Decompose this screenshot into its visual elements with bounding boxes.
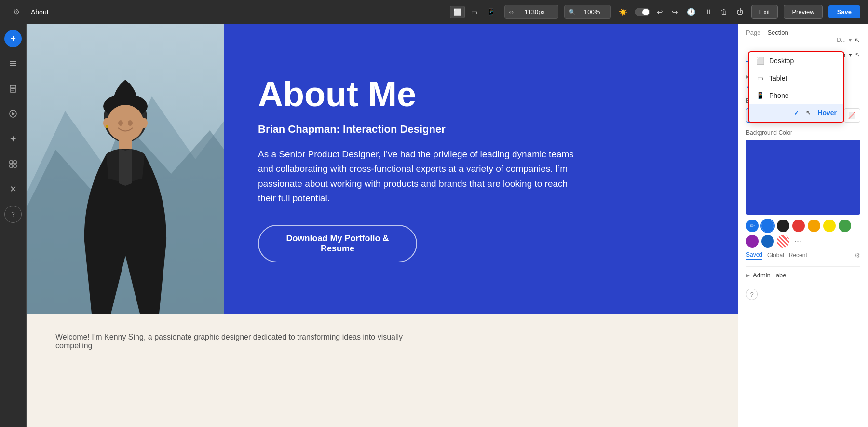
bg-transparent-btn[interactable] <box>844 108 861 123</box>
delete-icon[interactable]: 🗑 <box>719 6 730 18</box>
svg-rect-1 <box>10 65 16 66</box>
dots-label: D... <box>837 37 846 43</box>
below-hero-text: Welcome! I’m Kenny Sing, a passionate gr… <box>55 333 441 350</box>
svg-rect-9 <box>10 161 13 164</box>
phone-label: Phone <box>769 92 788 99</box>
svg-rect-12 <box>14 165 16 167</box>
svg-point-22 <box>118 120 123 126</box>
swatch-green[interactable] <box>839 220 851 232</box>
exit-button[interactable]: Exit <box>751 5 778 19</box>
hero-content: About Me Brian Chapman: Interaction Desi… <box>224 24 738 314</box>
swatch-orange[interactable] <box>808 220 820 232</box>
dropdown-chevron-icon: ▾ <box>849 51 852 58</box>
add-element-button[interactable]: + <box>4 30 22 47</box>
more-colors-icon[interactable]: ··· <box>794 236 801 247</box>
dropdown-hover[interactable]: ✓ ↖ Hover <box>749 104 843 122</box>
page-title: About <box>31 8 49 16</box>
svg-rect-6 <box>11 90 14 91</box>
width-display[interactable]: ⇔ 1130px <box>504 5 558 19</box>
zoom-input[interactable]: 100% <box>578 6 607 17</box>
main-area: + ✦ ✕ ? <box>0 24 868 427</box>
help-sidebar-icon[interactable]: ? <box>4 206 22 223</box>
hero-subtitle: Brian Chapman: Interaction Designer <box>258 123 709 136</box>
preview-button[interactable]: Preview <box>784 5 822 19</box>
toolbar: ⚙ About ⬜ ▭ 📱 ⇔ 1130px 🔍 100% ☀️ ↩ ↪ 🕐 ⏸… <box>0 0 868 24</box>
color-pencil-btn[interactable]: ✏ <box>746 220 759 232</box>
help-icon[interactable]: ? <box>746 289 758 300</box>
svg-point-24 <box>106 125 108 128</box>
templates-icon[interactable] <box>4 155 22 173</box>
desktop-btn[interactable]: ⬜ <box>450 6 465 18</box>
width-input[interactable]: 1130px <box>515 6 554 17</box>
breadcrumb-page[interactable]: Page <box>746 29 760 36</box>
dropdown-tablet[interactable]: ▭ Tablet <box>749 69 843 87</box>
canvas-area[interactable]: About Me Brian Chapman: Interaction Desi… <box>27 24 738 427</box>
color-settings-icon[interactable]: ⚙ <box>854 252 860 259</box>
device-buttons: ⬜ ▭ 📱 <box>450 6 499 18</box>
phone-dropdown-icon: 📱 <box>756 92 764 99</box>
layers-icon[interactable] <box>4 55 22 72</box>
swatch-yellow[interactable] <box>823 220 836 232</box>
bg-color-preview[interactable] <box>746 140 860 215</box>
device-dropdown[interactable]: ⬜ Desktop ▭ Tablet 📱 Phone ✓ ↖ Hover <box>748 51 844 123</box>
below-hero-section: Welcome! I’m Kenny Sing, a passionate gr… <box>27 314 738 427</box>
swatch-pattern[interactable] <box>777 235 789 248</box>
theme-icon[interactable]: ✦ <box>4 130 22 148</box>
swatch-black[interactable] <box>777 220 789 232</box>
cursor-select-icon: ↖ <box>854 36 860 44</box>
hero-section: About Me Brian Chapman: Interaction Desi… <box>27 24 738 314</box>
breadcrumb-section[interactable]: Section <box>767 29 788 36</box>
hero-image <box>27 24 224 314</box>
history-icon[interactable]: 🕐 <box>685 6 698 18</box>
undo-icon[interactable]: ↩ <box>655 6 665 18</box>
portfolio-button[interactable]: Download My Portfolio & Resume <box>258 225 417 262</box>
chevron-down-icon[interactable]: ▾ <box>849 37 852 43</box>
tablet-label: Tablet <box>769 74 787 82</box>
color-tab-saved[interactable]: Saved <box>746 251 762 260</box>
admin-arrow-icon: ▶ <box>746 273 750 278</box>
panel-breadcrumb: Page Section <box>738 24 868 36</box>
swatch-darkblue[interactable] <box>761 235 774 248</box>
swatch-red[interactable] <box>792 220 805 232</box>
power-icon[interactable]: ⏻ <box>734 6 746 18</box>
svg-point-23 <box>128 120 133 126</box>
layout-icon[interactable]: ⏸ <box>703 6 714 18</box>
zoom-display[interactable]: 🔍 100% <box>564 5 611 19</box>
phone-btn[interactable]: 📱 <box>484 6 499 18</box>
redo-icon[interactable]: ↪ <box>670 6 680 18</box>
media-icon[interactable] <box>4 105 22 123</box>
svg-rect-0 <box>10 63 16 64</box>
left-sidebar: + ✦ ✕ ? <box>0 24 27 427</box>
hover-label: Hover <box>817 109 837 117</box>
cursor-tab-icon: ↖ <box>855 51 860 58</box>
desktop-dropdown-icon: ⬜ <box>756 57 764 65</box>
admin-label-row[interactable]: ▶ Admin Label <box>746 266 860 284</box>
dropdown-desktop[interactable]: ⬜ Desktop <box>749 52 843 69</box>
svg-rect-5 <box>11 88 15 89</box>
pages-icon[interactable] <box>4 80 22 97</box>
swatch-blue[interactable] <box>761 220 774 232</box>
hero-body: As a Senior Product Designer, I’ve had t… <box>258 147 586 206</box>
right-panel: ⬜ Desktop ▭ Tablet 📱 Phone ✓ ↖ Hover Pag… <box>738 24 868 427</box>
color-tab-global[interactable]: Global <box>767 252 784 260</box>
svg-marker-8 <box>12 112 15 115</box>
check-icon: ✓ <box>794 110 799 117</box>
section-row: D... ▾ ↖ <box>738 36 868 48</box>
admin-label: Admin Label <box>753 272 787 279</box>
desktop-label: Desktop <box>769 57 794 65</box>
toolbar-actions: ☀️ ↩ ↪ 🕐 ⏸ 🗑 ⏻ <box>617 6 746 18</box>
sun-icon[interactable]: ☀️ <box>617 6 630 18</box>
hero-title: About Me <box>258 75 709 113</box>
color-tab-recent[interactable]: Recent <box>789 252 807 260</box>
tablet-btn[interactable]: ▭ <box>468 6 481 18</box>
save-button[interactable]: Save <box>828 5 860 18</box>
tablet-dropdown-icon: ▭ <box>756 74 764 82</box>
svg-rect-4 <box>11 87 15 88</box>
section-actions: D... ▾ ↖ <box>837 36 860 44</box>
star-icon[interactable]: ✕ <box>4 180 22 198</box>
gear-icon[interactable]: ⚙ <box>8 3 25 21</box>
hero-image-column <box>27 24 224 314</box>
svg-rect-2 <box>10 61 16 62</box>
dropdown-phone[interactable]: 📱 Phone <box>749 87 843 104</box>
swatch-purple[interactable] <box>746 235 759 248</box>
